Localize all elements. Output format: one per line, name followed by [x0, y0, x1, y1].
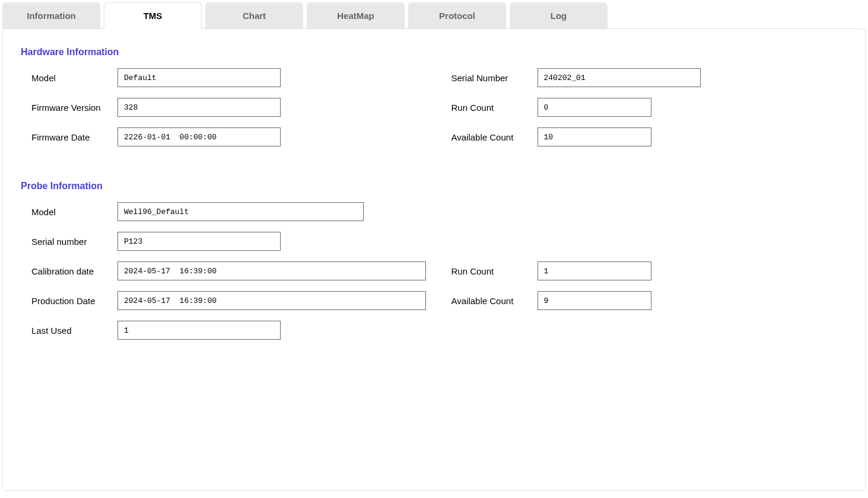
- hardware-serial-label: Serial Number: [452, 73, 538, 83]
- tab-tms[interactable]: TMS: [104, 2, 202, 29]
- probe-proddate-label: Production Date: [31, 296, 117, 306]
- hardware-fwdate-input[interactable]: [117, 127, 281, 146]
- probe-section: Probe Information Model Serial number Ca…: [21, 181, 847, 350]
- probe-runcount-label: Run Count: [452, 266, 538, 276]
- probe-model-row: Model: [31, 202, 428, 221]
- hardware-availcount-row: Available Count: [452, 127, 848, 146]
- probe-caldate-input[interactable]: [117, 261, 426, 280]
- probe-runcount-row: Run Count: [452, 261, 848, 280]
- probe-serial-label: Serial number: [31, 237, 117, 247]
- probe-proddate-row: Production Date: [31, 291, 428, 310]
- hardware-section: Hardware Information Model Serial Number…: [21, 47, 847, 157]
- probe-lastused-label: Last Used: [31, 325, 117, 336]
- probe-availcount-input[interactable]: [538, 291, 651, 310]
- probe-title: Probe Information: [21, 181, 847, 191]
- hardware-serial-input[interactable]: [538, 68, 701, 87]
- tab-chart[interactable]: Chart: [205, 2, 303, 29]
- probe-serial-row: Serial number: [31, 232, 428, 251]
- tab-heatmap[interactable]: HeatMap: [307, 2, 405, 29]
- probe-runcount-input[interactable]: [538, 261, 651, 280]
- hardware-serial-row: Serial Number: [452, 68, 848, 87]
- probe-proddate-input[interactable]: [117, 291, 426, 310]
- tab-protocol[interactable]: Protocol: [408, 2, 506, 29]
- probe-availcount-label: Available Count: [452, 296, 538, 306]
- hardware-model-row: Model: [31, 68, 428, 87]
- probe-model-label: Model: [31, 207, 117, 217]
- tab-bar: Information TMS Chart HeatMap Protocol L…: [2, 2, 866, 29]
- hardware-model-input[interactable]: [117, 68, 281, 87]
- probe-availcount-row: Available Count: [452, 291, 848, 310]
- hardware-fwdate-row: Firmware Date: [31, 127, 428, 146]
- hardware-model-label: Model: [31, 73, 117, 83]
- probe-serial-input[interactable]: [117, 232, 281, 251]
- probe-lastused-input[interactable]: [117, 321, 281, 340]
- hardware-runcount-input[interactable]: [538, 98, 651, 117]
- tab-log[interactable]: Log: [510, 2, 608, 29]
- probe-caldate-label: Calibration date: [31, 266, 117, 276]
- hardware-runcount-label: Run Count: [452, 103, 538, 113]
- probe-model-input[interactable]: [117, 202, 364, 221]
- hardware-availcount-input[interactable]: [538, 127, 651, 146]
- hardware-title: Hardware Information: [21, 47, 847, 58]
- hardware-availcount-label: Available Count: [452, 132, 538, 142]
- probe-lastused-row: Last Used: [31, 321, 428, 340]
- hardware-fwversion-input[interactable]: [117, 98, 281, 117]
- hardware-fwdate-label: Firmware Date: [31, 132, 117, 142]
- tab-content: Hardware Information Model Serial Number…: [2, 28, 866, 491]
- hardware-runcount-row: Run Count: [452, 98, 848, 117]
- hardware-fwversion-row: Firmware Version: [31, 98, 428, 117]
- hardware-fwversion-label: Firmware Version: [31, 103, 117, 113]
- tab-information[interactable]: Information: [2, 2, 100, 29]
- probe-caldate-row: Calibration date: [31, 261, 428, 280]
